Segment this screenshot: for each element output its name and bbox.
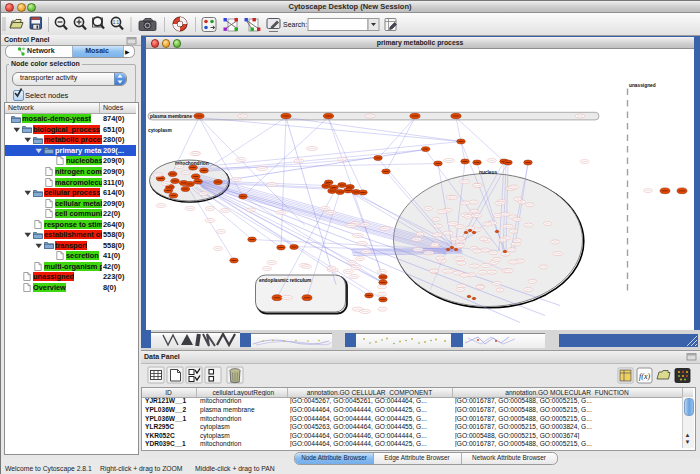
svg-text:unassigned: unassigned xyxy=(629,83,656,88)
svg-text:nucleus: nucleus xyxy=(479,170,497,175)
svg-text:1:1: 1:1 xyxy=(113,20,120,25)
svg-text:cytoplasm: cytoplasm xyxy=(148,128,172,133)
svg-text:f(x): f(x) xyxy=(639,372,650,381)
svg-text:plasma membrane: plasma membrane xyxy=(150,113,192,118)
svg-text:Search:: Search: xyxy=(283,21,307,28)
